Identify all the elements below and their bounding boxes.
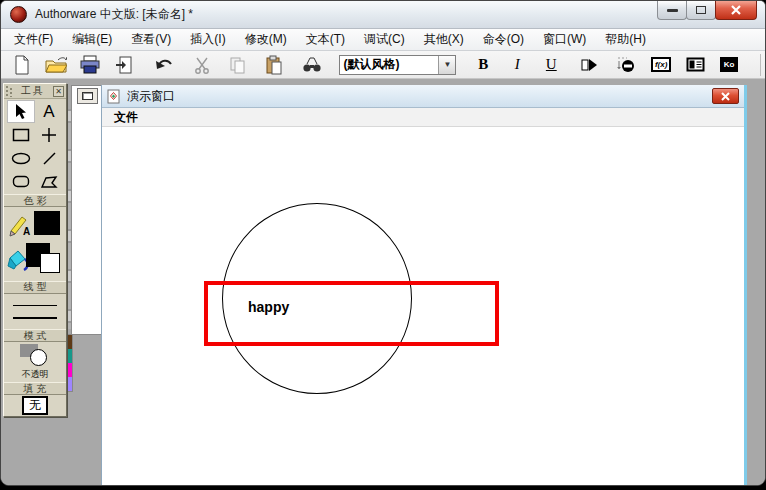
run-button[interactable] [576,53,602,77]
tools-grid: A [4,99,66,194]
menu-help[interactable]: 帮助(H) [602,29,649,50]
italic-label: I [515,56,520,73]
underline-button[interactable]: U [538,53,564,77]
open-button[interactable] [43,53,69,77]
presentation-canvas[interactable]: happy [102,127,744,486]
ellipse-tool[interactable] [7,147,35,170]
style-dropdown[interactable]: (默认风格) ▼ [339,55,457,75]
import-button[interactable] [111,53,137,77]
presentation-window-icon [107,89,121,104]
chevron-down-icon[interactable]: ▼ [438,56,455,74]
text-tool-icon: A [43,102,54,122]
new-button[interactable] [9,53,35,77]
lines-section-header: 线 型 [4,281,66,294]
pen-color-row: A [4,207,66,241]
presentation-menu-file[interactable]: 文件 [114,109,138,126]
variables-button[interactable] [682,53,708,77]
polygon-tool[interactable] [35,170,63,193]
presentation-window-title: 演示窗口 [127,88,175,105]
bold-button[interactable]: B [470,53,496,77]
line-tool[interactable] [35,147,63,170]
cut-icon [193,56,211,74]
menu-file[interactable]: 文件(F) [11,29,56,50]
toolbar: (默认风格) ▼ B I U f(x) Ko [1,51,765,79]
display-icon [82,92,93,100]
toolbar-separator [760,54,761,76]
pointer-icon [14,103,28,120]
control-panel-icon [616,55,635,74]
knowledge-objects-button[interactable]: Ko [716,53,742,77]
italic-button[interactable]: I [504,53,530,77]
rectangle-icon [12,128,30,142]
fill-pattern-row: 无 [4,395,66,416]
presentation-close-button[interactable] [712,88,739,104]
line-icon [42,151,57,166]
ellipse-icon [11,152,31,165]
pen-color-icon[interactable]: A [8,211,34,237]
bold-label: B [478,56,488,73]
minimize-button[interactable] [657,1,687,20]
paste-icon [265,55,283,75]
functions-icon: f(x) [651,57,671,72]
design-window-partial[interactable] [71,85,103,335]
menubar: 文件(F) 编辑(E) 查看(V) 插入(I) 修改(M) 文本(T) 调试(C… [1,29,765,51]
pen-color-swatch[interactable] [34,211,60,235]
display-icon-button[interactable] [77,88,98,104]
menu-window[interactable]: 窗口(W) [540,29,589,50]
open-icon [45,56,67,74]
fill-none-button[interactable]: 无 [22,396,48,415]
menu-view[interactable]: 查看(V) [128,29,174,50]
presentation-titlebar[interactable]: 演示窗口 [102,85,744,108]
close-icon [721,92,730,101]
menu-commands[interactable]: 命令(O) [480,29,527,50]
line-width-thin[interactable] [13,305,57,306]
tool-palette-close-button[interactable]: ✕ [53,86,64,97]
app-window: Authorware 中文版: [未命名] * 文件(F) 编辑(E) 查看(V… [0,0,766,486]
line-type-row [4,294,66,330]
rectangle-tool[interactable] [7,123,35,146]
menu-modify[interactable]: 修改(M) [242,29,290,50]
find-button[interactable] [299,53,325,77]
pointer-tool[interactable] [7,100,35,123]
knowledge-objects-icon: Ko [720,57,739,72]
publish-button[interactable] [77,53,103,77]
titlebar: Authorware 中文版: [未命名] * [1,1,765,29]
copy-button[interactable] [225,53,251,77]
functions-button[interactable]: f(x) [648,53,674,77]
maximize-button[interactable] [686,1,716,20]
paste-button[interactable] [261,53,287,77]
drag-grip-icon[interactable] [6,86,13,97]
line-width-thick[interactable] [13,317,57,319]
rounded-rectangle-tool[interactable] [7,170,35,193]
window-title: Authorware 中文版: [未命名] * [35,6,193,23]
menu-debug[interactable]: 调试(C) [361,29,408,50]
authorware-logo-icon [10,6,27,23]
crosshair-icon [41,127,57,143]
mode-opaque-circle-icon[interactable] [30,349,47,366]
presentation-menubar: 文件 [102,108,744,127]
colors-section-header: 色 彩 [4,194,66,207]
find-icon [302,56,322,73]
menu-other[interactable]: 其他(X) [421,29,467,50]
crosshair-tool[interactable] [35,123,63,146]
menu-edit[interactable]: 编辑(E) [69,29,115,50]
polygon-icon [40,175,58,189]
text-tool[interactable]: A [35,100,63,123]
menu-text[interactable]: 文本(T) [303,29,348,50]
tool-palette-titlebar[interactable]: 工具 ✕ [4,84,66,99]
style-dropdown-value: (默认风格) [340,56,439,73]
undo-icon [154,57,174,73]
close-button[interactable] [715,1,757,20]
tool-palette-title: 工具 [13,84,53,98]
canvas-text[interactable]: happy [248,299,289,315]
publish-icon [80,55,100,74]
fill-background-swatch[interactable] [40,253,60,273]
close-icon [731,5,741,15]
cut-button[interactable] [189,53,215,77]
undo-button[interactable] [151,53,177,77]
control-panel-button[interactable] [612,53,638,77]
menu-insert[interactable]: 插入(I) [187,29,228,50]
tool-palette: 工具 ✕ A [3,83,67,417]
import-icon [115,55,133,75]
modes-section-header: 模 式 [4,329,66,342]
